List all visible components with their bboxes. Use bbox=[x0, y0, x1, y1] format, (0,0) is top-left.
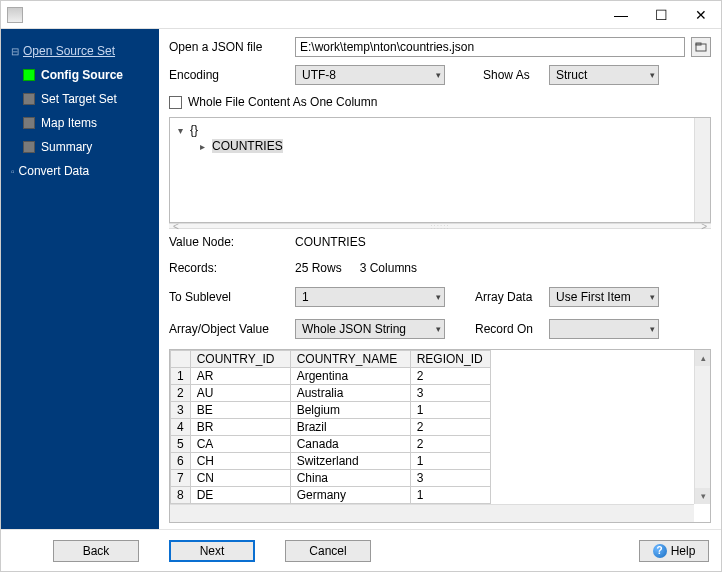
tree-connector-icon: ⊟ bbox=[11, 46, 19, 57]
column-header[interactable]: COUNTRY_ID bbox=[190, 351, 290, 368]
records-cols: 3 Columns bbox=[360, 261, 417, 275]
expand-icon[interactable]: ▸ bbox=[196, 141, 208, 152]
sidebar-item-label: Set Target Set bbox=[41, 92, 117, 106]
table-row[interactable]: 8DEGermany1 bbox=[171, 487, 491, 504]
step-icon bbox=[23, 117, 35, 129]
window-minimize-button[interactable]: — bbox=[601, 1, 641, 29]
showas-value: Struct bbox=[556, 68, 587, 82]
encoding-select[interactable]: UTF-8 ▾ bbox=[295, 65, 445, 85]
cancel-button[interactable]: Cancel bbox=[285, 540, 371, 562]
app-window: — ☐ ✕ ⊟ Open Source Set Config Source Se… bbox=[0, 0, 722, 572]
help-button[interactable]: ? Help bbox=[639, 540, 709, 562]
window-maximize-button[interactable]: ☐ bbox=[641, 1, 681, 29]
window-close-button[interactable]: ✕ bbox=[681, 1, 721, 29]
json-tree-panel: ▾ {} ▸ COUNTRIES bbox=[169, 117, 711, 223]
table-cell[interactable]: CA bbox=[190, 436, 290, 453]
table-cell[interactable]: CH bbox=[190, 453, 290, 470]
row-number: 5 bbox=[171, 436, 191, 453]
table-cell[interactable]: 1 bbox=[410, 487, 490, 504]
row-number-header bbox=[171, 351, 191, 368]
row-number: 7 bbox=[171, 470, 191, 487]
file-path-input[interactable] bbox=[295, 37, 685, 57]
arraydata-select[interactable]: Use First Item ▾ bbox=[549, 287, 659, 307]
table-cell[interactable]: 3 bbox=[410, 385, 490, 402]
table-vertical-scrollbar[interactable]: ▴ ▾ bbox=[694, 350, 710, 504]
table-cell[interactable]: Germany bbox=[290, 487, 410, 504]
table-cell[interactable]: Belgium bbox=[290, 402, 410, 419]
records-label: Records: bbox=[169, 261, 289, 275]
table-cell[interactable]: AR bbox=[190, 368, 290, 385]
value-node-value: COUNTRIES bbox=[295, 235, 366, 249]
table-cell[interactable]: 2 bbox=[410, 436, 490, 453]
browse-file-button[interactable] bbox=[691, 37, 711, 57]
chevron-down-icon: ▾ bbox=[436, 324, 441, 334]
table-row[interactable]: 6CHSwitzerland1 bbox=[171, 453, 491, 470]
step-active-icon bbox=[23, 69, 35, 81]
table-cell[interactable]: Switzerland bbox=[290, 453, 410, 470]
sublevel-value: 1 bbox=[302, 290, 309, 304]
back-button[interactable]: Back bbox=[53, 540, 139, 562]
table-row[interactable]: 7CNChina3 bbox=[171, 470, 491, 487]
table-row[interactable]: 5CACanada2 bbox=[171, 436, 491, 453]
table-cell[interactable]: AU bbox=[190, 385, 290, 402]
sidebar-item-label: Convert Data bbox=[19, 164, 90, 178]
scroll-up-icon[interactable]: ▴ bbox=[695, 350, 711, 366]
wizard-button-bar: Back Next Cancel ? Help bbox=[1, 529, 721, 571]
table-cell[interactable]: BR bbox=[190, 419, 290, 436]
step-icon bbox=[23, 93, 35, 105]
recordon-select[interactable]: ▾ bbox=[549, 319, 659, 339]
table-cell[interactable]: DE bbox=[190, 487, 290, 504]
table-cell[interactable]: 2 bbox=[410, 419, 490, 436]
sidebar-item-convert-data[interactable]: ▫ Convert Data bbox=[1, 159, 159, 183]
chevron-down-icon: ▾ bbox=[650, 292, 655, 302]
app-icon bbox=[7, 7, 23, 23]
chevron-down-icon: ▾ bbox=[436, 292, 441, 302]
table-row[interactable]: 2AUAustralia3 bbox=[171, 385, 491, 402]
tree-vertical-scrollbar[interactable] bbox=[694, 118, 710, 222]
table-cell[interactable]: 1 bbox=[410, 402, 490, 419]
table-cell[interactable]: 2 bbox=[410, 368, 490, 385]
data-preview-table[interactable]: COUNTRY_IDCOUNTRY_NAMEREGION_ID1ARArgent… bbox=[170, 350, 491, 504]
sidebar-item-summary[interactable]: Summary bbox=[1, 135, 159, 159]
sidebar-item-open-source-set[interactable]: ⊟ Open Source Set bbox=[1, 39, 159, 63]
table-row[interactable]: 4BRBrazil2 bbox=[171, 419, 491, 436]
table-cell[interactable]: Canada bbox=[290, 436, 410, 453]
column-header[interactable]: REGION_ID bbox=[410, 351, 490, 368]
tree-child-node[interactable]: ▸ COUNTRIES bbox=[174, 138, 706, 154]
row-number: 6 bbox=[171, 453, 191, 470]
table-row[interactable]: 3BEBelgium1 bbox=[171, 402, 491, 419]
collapse-icon[interactable]: ▾ bbox=[174, 125, 186, 136]
table-cell[interactable]: Australia bbox=[290, 385, 410, 402]
scroll-down-icon[interactable]: ▾ bbox=[695, 488, 711, 504]
sidebar-item-map-items[interactable]: Map Items bbox=[1, 111, 159, 135]
showas-select[interactable]: Struct ▾ bbox=[549, 65, 659, 85]
tree-connector-icon: ▫ bbox=[11, 166, 15, 177]
table-cell[interactable]: Brazil bbox=[290, 419, 410, 436]
table-cell[interactable]: 3 bbox=[410, 470, 490, 487]
main-panel: Open a JSON file Encoding UTF-8 ▾ Show A… bbox=[159, 29, 721, 529]
row-number: 1 bbox=[171, 368, 191, 385]
next-button[interactable]: Next bbox=[169, 540, 255, 562]
open-folder-icon bbox=[695, 41, 707, 53]
sidebar-item-config-source[interactable]: Config Source bbox=[1, 63, 159, 87]
table-cell[interactable]: Argentina bbox=[290, 368, 410, 385]
objvalue-select[interactable]: Whole JSON String ▾ bbox=[295, 319, 445, 339]
table-cell[interactable]: 1 bbox=[410, 453, 490, 470]
data-preview-table-area: COUNTRY_IDCOUNTRY_NAMEREGION_ID1ARArgent… bbox=[169, 349, 711, 523]
row-number: 2 bbox=[171, 385, 191, 402]
tree-root-node[interactable]: ▾ {} bbox=[174, 122, 706, 138]
showas-label: Show As bbox=[483, 68, 543, 82]
row-number: 8 bbox=[171, 487, 191, 504]
whole-file-checkbox[interactable] bbox=[169, 96, 182, 109]
sidebar-item-label: Config Source bbox=[41, 68, 123, 82]
table-cell[interactable]: China bbox=[290, 470, 410, 487]
sidebar-item-set-target-set[interactable]: Set Target Set bbox=[1, 87, 159, 111]
horizontal-splitter[interactable]: < :::::: > bbox=[169, 223, 711, 229]
table-row[interactable]: 1ARArgentina2 bbox=[171, 368, 491, 385]
sublevel-select[interactable]: 1 ▾ bbox=[295, 287, 445, 307]
table-cell[interactable]: CN bbox=[190, 470, 290, 487]
table-cell[interactable]: BE bbox=[190, 402, 290, 419]
table-horizontal-scrollbar[interactable] bbox=[170, 504, 694, 522]
column-header[interactable]: COUNTRY_NAME bbox=[290, 351, 410, 368]
sidebar-item-label[interactable]: Open Source Set bbox=[23, 44, 115, 58]
